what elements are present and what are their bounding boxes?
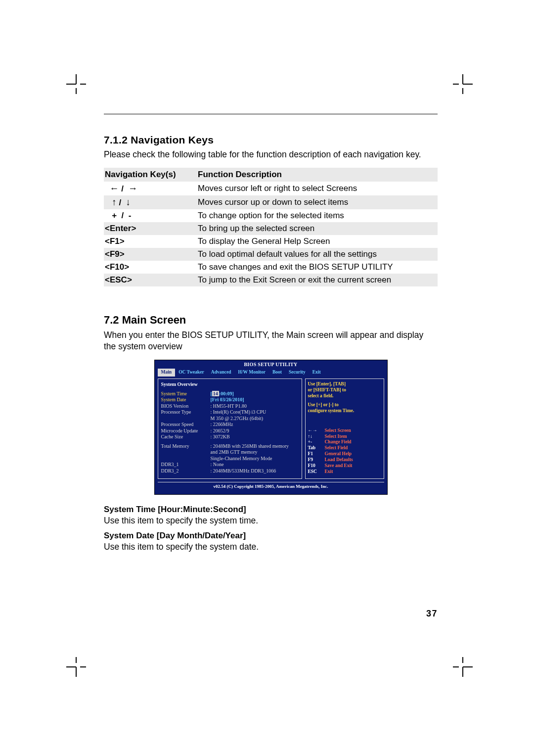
bios-tab-exit: Exit	[309, 369, 324, 377]
bios-overview-heading: System Overview	[161, 381, 299, 388]
nav-desc-4: To display the General Help Screen	[197, 235, 438, 248]
bios-biosver-value: : HM55-HT P1.80	[211, 403, 299, 410]
nav-key-f10: <F10>	[104, 261, 197, 274]
bios-tab-hwmonitor: H/W Monitor	[234, 369, 269, 377]
bios-tab-security: Security	[285, 369, 309, 377]
bios-microcode-label: Microcode Update	[161, 428, 211, 434]
bios-systime-label: System Time	[161, 391, 211, 397]
nav-desc-1: Moves cursor up or down to select items	[197, 195, 438, 209]
bios-systime-rest: :00:09	[219, 391, 232, 396]
nav-desc-2: To change option for the selected items	[197, 209, 438, 222]
subpara-system-date: Use this item to specify the system date…	[104, 542, 438, 552]
bios-setup-screenshot: BIOS SETUP UTILITY Main OC Tweaker Advan…	[154, 360, 388, 495]
nav-th-key: Navigation Key(s)	[104, 168, 197, 182]
bios-biosver-label: BIOS Version	[161, 403, 211, 410]
bios-tab-advanced: Advanced	[208, 369, 235, 377]
bios-footer: v02.54 (C) Copyright 1985-2005, American…	[158, 482, 384, 491]
nav-key-f9: <F9>	[104, 248, 197, 261]
intro-7-1-2: Please check the following table for the…	[104, 149, 438, 161]
bios-totalmem-value: : 2048MB with 256MB shared memory	[211, 443, 299, 450]
bios-ddr2-value: : 2048MB/533MHz DDR3_1066	[211, 468, 299, 474]
bios-procspeed-value: : 2266MHz	[211, 422, 299, 428]
nav-key-ud: /	[104, 195, 197, 209]
bios-ddr1-label: DDR3_1	[161, 462, 211, 468]
subhead-system-time: System Time [Hour:Minute:Second]	[104, 505, 438, 515]
arrow-right-icon	[128, 184, 137, 193]
bios-tab-main: Main	[158, 369, 176, 377]
intro-7-2: When you enter the BIOS SETUP UTILITY, t…	[104, 330, 438, 353]
crop-mark-br	[453, 657, 473, 677]
nav-key-f1: <F1>	[104, 235, 197, 248]
bios-tab-octweaker: OC Tweaker	[175, 369, 208, 377]
nav-desc-6: To save changes and exit the BIOS SETUP …	[197, 261, 438, 274]
bios-totalmem-value2: and 2MB GTT memory	[211, 449, 299, 456]
bios-right-panel: Use [Enter], [TAB] or [SHIFT-TAB] to sel…	[305, 378, 384, 479]
subhead-system-date: System Date [Day Month/Date/Year]	[104, 531, 438, 541]
nav-desc-7: To jump to the Exit Screen or exit the c…	[197, 274, 438, 286]
top-rule	[104, 114, 438, 114]
nav-key-enter: <Enter>	[104, 222, 197, 235]
bios-ddr1-value: : None	[211, 462, 299, 468]
page-content: 7.1.2 Navigation Keys Please check the f…	[104, 114, 438, 557]
arrow-up-icon	[112, 198, 117, 207]
crop-mark-tl	[66, 74, 86, 94]
nav-desc-3: To bring up the selected screen	[197, 222, 438, 235]
bios-cache-label: Cache Size	[161, 434, 211, 440]
subpara-system-time: Use this item to specify the system time…	[104, 516, 438, 526]
bios-sysdate-value: [Fri 03/26/2010]	[211, 397, 299, 403]
nav-desc-0: Moves cursor left or right to select Scr…	[197, 182, 438, 195]
nav-th-desc: Function Description	[197, 168, 438, 182]
nav-key-lr: /	[104, 182, 197, 195]
bios-tabs: Main OC Tweaker Advanced H/W Monitor Boo…	[155, 369, 387, 377]
bios-systime-value: [14:00:09]	[211, 391, 299, 397]
navigation-keys-table: Navigation Key(s) Function Description /…	[104, 168, 438, 286]
bios-proctype-value: : Intel(R) Core(TM) i3 CPU	[211, 409, 299, 416]
bios-help-text: Use [Enter], [TAB] or [SHIFT-TAB] to sel…	[308, 381, 381, 414]
nav-key-esc: <ESC>	[104, 274, 197, 286]
bios-totalmem-label: Total Memory	[161, 443, 211, 450]
page-number: 37	[426, 609, 438, 619]
crop-mark-tr	[453, 74, 473, 94]
heading-7-1-2: 7.1.2 Navigation Keys	[104, 134, 438, 146]
nav-key-plusminus: + / -	[104, 209, 197, 222]
bios-systime-hour: 14	[212, 391, 219, 396]
bios-ddr2-label: DDR3_2	[161, 468, 211, 474]
bios-cache-value: : 3072KB	[211, 434, 299, 440]
bios-microcode-value: : 20652/9	[211, 428, 299, 434]
bios-tab-boot: Boot	[269, 369, 285, 377]
bios-proctype-label: Processor Type	[161, 409, 211, 416]
heading-7-2: 7.2 Main Screen	[104, 314, 438, 327]
bios-legend: ←→Select Screen ↑↓Select Item +-Change F…	[308, 428, 381, 475]
bios-totalmem-value3: Single-Channel Memory Mode	[211, 456, 299, 462]
arrow-left-icon	[109, 184, 119, 193]
bios-left-panel: System Overview System Time [14:00:09] S…	[158, 378, 302, 479]
bios-procspeed-label: Processor Speed	[161, 422, 211, 428]
arrow-down-icon	[126, 198, 131, 207]
bios-sysdate-label: System Date	[161, 397, 211, 403]
bios-title: BIOS SETUP UTILITY	[155, 360, 387, 369]
crop-mark-bl	[66, 657, 86, 677]
bios-proctype-value2: M 350 @ 2.27GHz (64bit)	[211, 416, 299, 422]
nav-desc-5: To load optimal default values for all t…	[197, 248, 438, 261]
